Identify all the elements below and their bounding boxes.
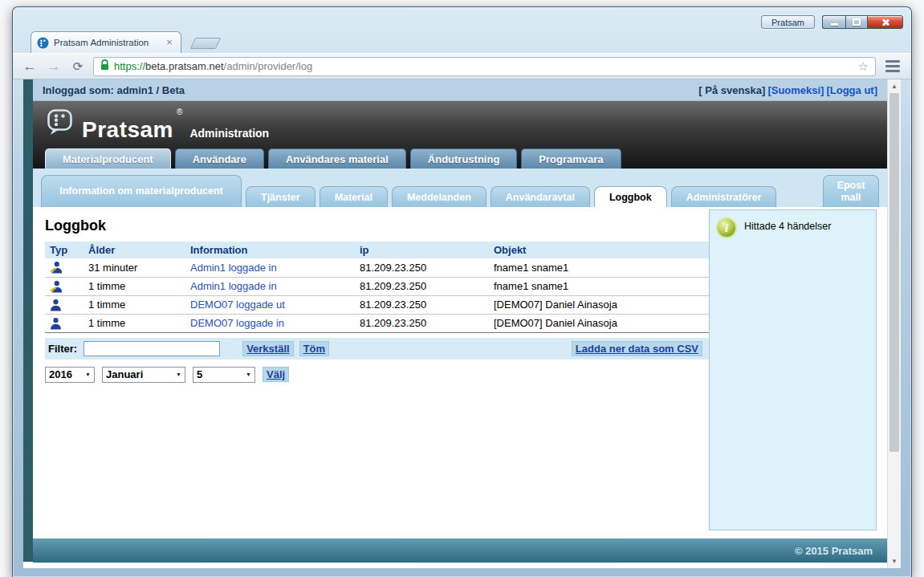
year-select[interactable]: 2016 bbox=[45, 367, 95, 383]
language-links: [ På svenska][Suomeksi][Logga ut] bbox=[698, 84, 877, 96]
close-icon bbox=[881, 18, 890, 27]
sub-tab-administratörer[interactable]: Administratörer bbox=[671, 186, 777, 207]
pratsam-window-button[interactable]: Pratsam bbox=[761, 15, 815, 29]
padlock-icon bbox=[100, 59, 109, 74]
sub-tabs: Information om materialproducentTjänster… bbox=[33, 169, 887, 207]
copyright: © 2015 Pratsam bbox=[795, 545, 873, 557]
pratsam-logo-icon bbox=[46, 108, 75, 140]
scrollbar[interactable] bbox=[887, 79, 901, 568]
url-scheme: https:// bbox=[114, 60, 145, 72]
log-table-header: TypÅlderInformationipObjekt bbox=[45, 242, 709, 258]
main-tab-ändutrustning[interactable]: Ändutrustning bbox=[410, 148, 518, 169]
app-title: Administration bbox=[189, 127, 269, 140]
chevron-down-icon bbox=[176, 372, 181, 377]
maximize-button[interactable] bbox=[845, 15, 867, 29]
session-bar: Inloggad som: admin1 / Beta [ På svenska… bbox=[33, 79, 887, 101]
scrollbar-thumb[interactable] bbox=[889, 93, 899, 452]
sub-tab-information-om-materialproducent[interactable]: Information om materialproducent bbox=[41, 175, 242, 207]
page-viewport: Inloggad som: admin1 / Beta [ På svenska… bbox=[23, 79, 901, 568]
window-controls bbox=[822, 15, 903, 29]
webpage: Inloggad som: admin1 / Beta [ På svenska… bbox=[23, 79, 887, 568]
log-age: 1 timme bbox=[83, 295, 185, 314]
log-object: [DEMO07] Daniel Ainasoja bbox=[489, 314, 709, 332]
result-panel: Hittade 4 händelser bbox=[709, 209, 877, 530]
log-info-link[interactable]: Admin1 loggade in bbox=[190, 280, 277, 292]
log-row: 1 timmeAdmin1 loggade in81.209.23.250fna… bbox=[45, 277, 709, 295]
menu-icon[interactable] bbox=[882, 59, 903, 74]
log-info-link[interactable]: DEMO07 loggade ut bbox=[190, 299, 285, 311]
tab-close-icon[interactable] bbox=[164, 37, 175, 48]
filter-input[interactable] bbox=[83, 341, 220, 356]
sub-tab-meddelanden[interactable]: Meddelanden bbox=[392, 186, 486, 207]
chevron-down-icon bbox=[246, 372, 251, 377]
browser-window: Pratsam Pratsam Administration https://b… bbox=[12, 6, 912, 577]
tab-strip: Pratsam Administration bbox=[13, 31, 911, 53]
new-tab-button[interactable] bbox=[190, 38, 222, 49]
main-tab-användares-material[interactable]: Användares material bbox=[268, 148, 406, 169]
url-path: /admin/provider/log bbox=[224, 60, 313, 72]
browser-tab-title: Pratsam Administration bbox=[54, 38, 159, 47]
language-link-på-svenska[interactable]: [ På svenska] bbox=[698, 84, 765, 96]
language-link-logga-ut[interactable]: [Logga ut] bbox=[826, 84, 877, 96]
result-message: Hittade 4 händelser bbox=[744, 221, 831, 232]
user-icon bbox=[50, 317, 79, 330]
scroll-down-icon[interactable] bbox=[888, 555, 901, 568]
site-header: Pratsam ® Administration Materialproduce… bbox=[33, 101, 887, 169]
log-row: 1 timmeDEMO07 loggade in81.209.23.250[DE… bbox=[45, 314, 709, 332]
titlebar: Pratsam bbox=[13, 7, 911, 31]
log-row: 1 timmeDEMO07 loggade ut81.209.23.250[DE… bbox=[45, 295, 709, 314]
main-tab-materialproducent[interactable]: Materialproducent bbox=[45, 148, 171, 169]
browser-tab[interactable]: Pratsam Administration bbox=[31, 31, 181, 53]
download-csv-link[interactable]: Ladda ner data som CSV bbox=[572, 341, 702, 356]
back-icon[interactable] bbox=[21, 59, 39, 73]
forward-icon[interactable] bbox=[45, 59, 63, 73]
log-info-link[interactable]: DEMO07 loggade in bbox=[190, 317, 284, 329]
page-footer: © 2015 Pratsam bbox=[33, 538, 887, 563]
sub-tab-tjänster[interactable]: Tjänster bbox=[246, 186, 315, 207]
day-select[interactable]: 5 bbox=[193, 367, 255, 383]
close-button[interactable] bbox=[867, 15, 903, 29]
log-age: 31 minuter bbox=[83, 258, 185, 277]
clear-filter-button[interactable]: Töm bbox=[299, 341, 329, 356]
chevron-down-icon bbox=[85, 372, 91, 377]
log-info-link[interactable]: Admin1 loggade in bbox=[190, 262, 277, 274]
log-table-body: 31 minuterAdmin1 loggade in81.209.23.250… bbox=[45, 258, 709, 332]
log-ip: 81.209.23.250 bbox=[355, 258, 489, 277]
log-object: fname1 sname1 bbox=[489, 258, 709, 277]
apply-filter-button[interactable]: Verkställ bbox=[242, 341, 294, 356]
main-tab-användare[interactable]: Användare bbox=[175, 148, 264, 169]
maximize-icon bbox=[853, 18, 861, 26]
sub-tab-användaravtal[interactable]: Användaravtal bbox=[490, 186, 590, 207]
log-age: 1 timme bbox=[83, 314, 185, 332]
column-header-ip: ip bbox=[355, 242, 489, 258]
select-date-button[interactable]: Välj bbox=[263, 367, 289, 382]
main-tab-programvara[interactable]: Programvara bbox=[521, 148, 621, 169]
log-ip: 81.209.23.250 bbox=[355, 295, 489, 314]
month-select[interactable]: Januari bbox=[102, 367, 185, 383]
filter-bar: Filter: Verkställ Töm Ladda ner data som… bbox=[45, 338, 709, 360]
pratsam-favicon-icon bbox=[37, 37, 49, 49]
address-bar[interactable]: https://beta.pratsam.net/admin/provider/… bbox=[93, 57, 876, 76]
column-header-information: Information bbox=[185, 242, 355, 258]
reload-icon[interactable] bbox=[69, 59, 87, 73]
column-header-objekt: Objekt bbox=[489, 242, 709, 258]
language-link-suomeksi[interactable]: [Suomeksi] bbox=[767, 84, 824, 96]
log-object: fname1 sname1 bbox=[489, 277, 709, 295]
bookmark-star-icon[interactable] bbox=[858, 59, 869, 74]
sub-tab-loggbok[interactable]: Loggbok bbox=[594, 186, 667, 207]
log-table: TypÅlderInformationipObjekt 31 minuterAd… bbox=[45, 242, 709, 333]
log-object: [DEMO07] Daniel Ainasoja bbox=[489, 295, 709, 314]
log-age: 1 timme bbox=[83, 277, 185, 295]
user-icon bbox=[50, 299, 79, 311]
scroll-up-icon[interactable] bbox=[888, 79, 901, 93]
main-tabs: MaterialproducentAnvändareAnvändares mat… bbox=[45, 148, 621, 169]
browser-toolbar: https://beta.pratsam.net/admin/provider/… bbox=[13, 53, 911, 79]
minimize-icon bbox=[831, 23, 838, 26]
url-text: https://beta.pratsam.net/admin/provider/… bbox=[114, 60, 312, 72]
brand-registered-icon: ® bbox=[177, 108, 182, 116]
column-header-ålder: Ålder bbox=[83, 242, 185, 258]
minimize-button[interactable] bbox=[822, 15, 845, 29]
pratsam-logo: Pratsam ® Administration bbox=[46, 108, 269, 141]
sub-tab-material[interactable]: Material bbox=[320, 186, 388, 207]
sub-tab-epost-mall[interactable]: Epost mall bbox=[823, 175, 879, 207]
